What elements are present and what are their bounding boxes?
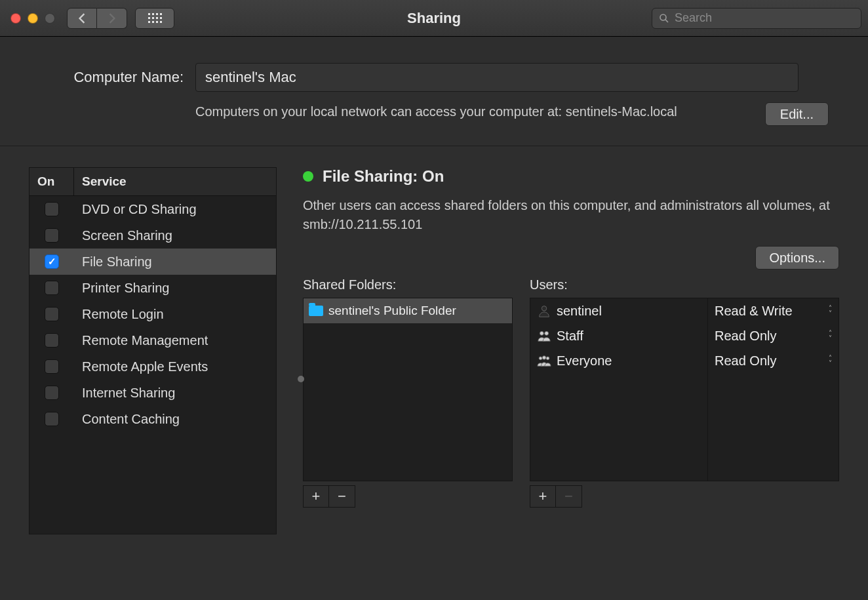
svg-point-6	[542, 356, 546, 360]
service-label: Remote Management	[74, 333, 276, 348]
services-header-on: On	[30, 168, 74, 195]
computer-name-section: Computer Name: Computers on your local n…	[0, 37, 868, 146]
shared-folders-label: Shared Folders:	[303, 277, 513, 292]
window-controls	[10, 13, 55, 24]
svg-point-5	[539, 357, 542, 360]
maximize-icon	[45, 13, 55, 24]
service-row[interactable]: DVD or CD Sharing	[30, 196, 276, 222]
remove-user-button: −	[556, 485, 582, 508]
minimize-icon[interactable]	[28, 13, 38, 24]
service-row[interactable]: Content Caching	[30, 406, 276, 432]
service-row[interactable]: Screen Sharing	[30, 222, 276, 249]
svg-point-7	[546, 357, 549, 360]
service-row[interactable]: File Sharing	[30, 249, 276, 275]
service-row[interactable]: Remote Apple Events	[30, 353, 276, 380]
status-title: File Sharing: On	[323, 167, 444, 186]
services-table: On Service DVD or CD SharingScreen Shari…	[29, 167, 277, 534]
titlebar: Sharing	[0, 0, 868, 37]
service-label: Internet Sharing	[74, 386, 276, 401]
user-row[interactable]: sentinel	[530, 298, 707, 323]
permission-label: Read Only	[715, 329, 777, 344]
remove-folder-button[interactable]: −	[329, 485, 355, 508]
users-list[interactable]: sentinelStaffEveryone Read & Write˄˅Read…	[530, 298, 839, 481]
sharing-content: On Service DVD or CD SharingScreen Shari…	[0, 146, 868, 578]
users-column: Users: sentinelStaffEveryone Read & Writ…	[530, 277, 839, 508]
user-icon	[537, 304, 551, 318]
service-label: Content Caching	[74, 412, 276, 427]
add-user-button[interactable]: +	[530, 485, 556, 508]
folder-icon	[309, 306, 323, 316]
show-all-button[interactable]	[135, 8, 174, 29]
user-row[interactable]: Everyone	[530, 348, 707, 373]
search-icon	[659, 13, 669, 24]
service-row[interactable]: Remote Management	[30, 327, 276, 353]
service-checkbox[interactable]	[45, 254, 59, 269]
permission-row[interactable]: Read Only˄˅	[708, 323, 838, 348]
service-label: Remote Apple Events	[74, 359, 276, 374]
svg-point-3	[540, 331, 543, 335]
computer-name-label: Computer Name:	[46, 69, 184, 86]
stepper-icon[interactable]: ˄˅	[829, 355, 832, 366]
user-row[interactable]: Staff	[530, 323, 707, 348]
service-checkbox[interactable]	[45, 333, 59, 348]
services-header-service: Service	[74, 168, 276, 195]
add-folder-button[interactable]: +	[303, 485, 329, 508]
resize-handle-icon[interactable]	[298, 376, 304, 382]
user-icon	[537, 353, 551, 368]
permission-label: Read & Write	[715, 304, 793, 319]
permission-row[interactable]: Read Only˄˅	[708, 348, 838, 373]
edit-button[interactable]: Edit...	[765, 102, 829, 126]
services-header: On Service	[30, 168, 276, 196]
user-name: sentinel	[557, 304, 602, 319]
service-checkbox[interactable]	[45, 307, 59, 321]
service-checkbox[interactable]	[45, 359, 59, 374]
service-label: DVD or CD Sharing	[74, 202, 276, 217]
user-name: Staff	[557, 329, 583, 344]
status-indicator-icon	[303, 171, 313, 182]
service-label: Screen Sharing	[74, 228, 276, 243]
service-row[interactable]: Internet Sharing	[30, 380, 276, 406]
back-button[interactable]	[67, 8, 97, 29]
computer-name-input[interactable]	[195, 63, 799, 92]
service-label: Remote Login	[74, 307, 276, 322]
shared-folders-list[interactable]: sentinel's Public Folder	[303, 298, 513, 481]
service-label: File Sharing	[74, 254, 276, 270]
service-checkbox[interactable]	[45, 281, 59, 295]
user-name: Everyone	[557, 353, 612, 369]
service-row[interactable]: Remote Login	[30, 301, 276, 327]
forward-button	[97, 8, 127, 29]
service-checkbox[interactable]	[45, 202, 59, 216]
permission-label: Read Only	[715, 353, 777, 369]
stepper-icon[interactable]: ˄˅	[829, 306, 832, 316]
service-detail: File Sharing: On Other users can access …	[303, 167, 839, 578]
svg-point-4	[545, 331, 549, 335]
close-icon[interactable]	[10, 13, 21, 24]
folder-row[interactable]: sentinel's Public Folder	[304, 298, 512, 323]
permission-row[interactable]: Read & Write˄˅	[708, 298, 838, 323]
users-label: Users:	[530, 277, 839, 292]
stepper-icon[interactable]: ˄˅	[829, 330, 832, 341]
svg-point-0	[660, 14, 666, 20]
options-button[interactable]: Options...	[755, 246, 839, 270]
search-field[interactable]	[652, 8, 861, 29]
service-checkbox[interactable]	[45, 412, 59, 426]
nav-buttons	[67, 8, 127, 29]
user-icon	[537, 329, 551, 343]
svg-line-1	[665, 20, 668, 22]
service-checkbox[interactable]	[45, 228, 59, 243]
status-description: Other users can access shared folders on…	[303, 196, 839, 234]
search-input[interactable]	[675, 11, 854, 25]
grid-icon	[148, 13, 162, 23]
service-label: Printer Sharing	[74, 281, 276, 296]
service-checkbox[interactable]	[45, 386, 59, 400]
computer-name-description: Computers on your local network can acce…	[195, 102, 677, 121]
service-row[interactable]: Printer Sharing	[30, 275, 276, 301]
svg-point-2	[542, 306, 546, 311]
folder-label: sentinel's Public Folder	[328, 304, 456, 318]
shared-folders-column: Shared Folders: sentinel's Public Folder…	[303, 277, 513, 508]
